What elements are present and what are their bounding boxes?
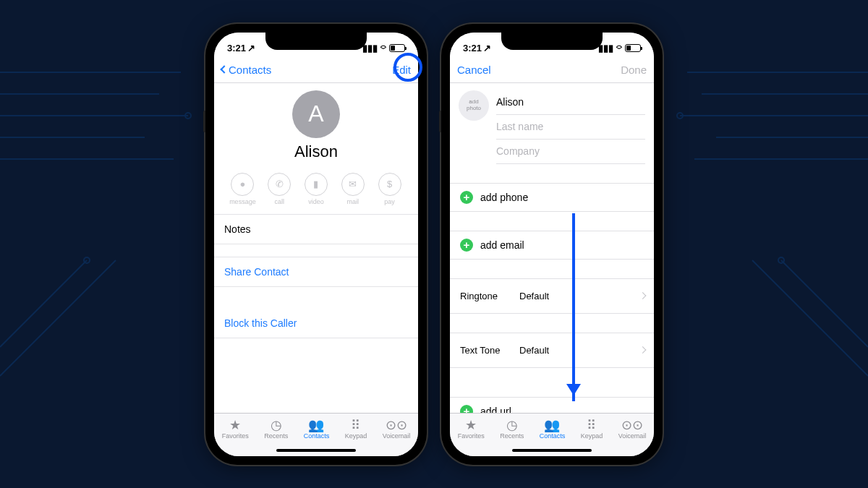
- texttone-key: Text Tone: [460, 345, 511, 356]
- favorites-icon: ★: [458, 418, 485, 432]
- action-label: message: [224, 198, 261, 205]
- tab-contacts[interactable]: 👥Contacts: [304, 418, 330, 440]
- section-gap: [214, 244, 418, 257]
- action-call[interactable]: ✆call: [261, 173, 298, 205]
- add-url-label: add url: [480, 406, 511, 413]
- tab-label: Recents: [500, 432, 524, 440]
- status-time: 3:21: [463, 43, 482, 53]
- tab-label: Keypad: [581, 432, 603, 440]
- phone-edit-view: 3:21↗ ▮▮▮ ⌔ Cancel Done add photo Alison: [441, 24, 663, 465]
- call-icon: ✆: [268, 173, 291, 196]
- battery-icon: [389, 44, 405, 52]
- video-icon: ▮: [305, 173, 328, 196]
- last-name-field[interactable]: Last name: [496, 115, 645, 140]
- phone-notch: [501, 31, 603, 50]
- action-mail[interactable]: ✉mail: [334, 173, 371, 205]
- tab-voicemail[interactable]: ⊙⊙Voicemail: [618, 418, 647, 440]
- battery-icon: [625, 44, 641, 52]
- location-icon: ↗: [247, 43, 255, 53]
- texttone-value: Default: [519, 345, 549, 356]
- wifi-icon: ⌔: [380, 43, 386, 53]
- tab-keypad[interactable]: ⠿Keypad: [345, 418, 367, 440]
- action-label: call: [261, 198, 298, 205]
- home-indicator[interactable]: [512, 449, 592, 452]
- add-phone-label: add phone: [480, 192, 528, 203]
- texttone-row[interactable]: Text Tone Default: [450, 333, 654, 368]
- tab-favorites[interactable]: ★Favorites: [458, 418, 485, 440]
- company-field[interactable]: Company: [496, 140, 645, 164]
- action-label: mail: [334, 198, 371, 205]
- action-label: pay: [371, 198, 408, 205]
- block-caller-row[interactable]: Block this Caller: [214, 309, 418, 338]
- ringtone-key: Ringtone: [460, 291, 511, 301]
- phone-contact-view: 3:21↗ ▮▮▮ ⌔ Contacts Edit A Alison: [205, 24, 427, 465]
- edit-header: add photo Alison Last name Company: [450, 83, 654, 164]
- action-video[interactable]: ▮video: [298, 173, 335, 205]
- contact-name: Alison: [214, 142, 418, 161]
- back-label: Contacts: [229, 64, 271, 76]
- chevron-right-icon: [639, 292, 647, 299]
- voicemail-icon: ⊙⊙: [618, 418, 647, 432]
- ringtone-value: Default: [519, 291, 549, 301]
- notes-row[interactable]: Notes: [214, 215, 418, 244]
- edit-button[interactable]: Edit: [392, 64, 411, 76]
- keypad-icon: ⠿: [345, 418, 367, 432]
- wifi-icon: ⌔: [616, 43, 622, 53]
- action-pay[interactable]: $pay: [371, 173, 408, 205]
- nav-bar: Cancel Done: [450, 57, 654, 83]
- tab-recents[interactable]: ◷Recents: [264, 418, 288, 440]
- contacts-icon: 👥: [304, 418, 330, 432]
- home-indicator[interactable]: [276, 449, 356, 452]
- voicemail-icon: ⊙⊙: [383, 418, 411, 432]
- favorites-icon: ★: [222, 418, 249, 432]
- contact-actions: ●message✆call▮video✉mail$pay: [214, 168, 418, 215]
- plus-icon: +: [460, 239, 473, 252]
- ringtone-row[interactable]: Ringtone Default: [450, 278, 654, 314]
- mail-icon: ✉: [341, 173, 365, 196]
- tab-contacts[interactable]: 👥Contacts: [540, 418, 566, 440]
- chevron-left-icon: [220, 65, 228, 73]
- plus-icon: +: [460, 405, 473, 413]
- tab-label: Favorites: [222, 432, 249, 440]
- share-contact-row[interactable]: Share Contact: [214, 257, 418, 287]
- scroll-down-arrow: [572, 213, 575, 401]
- add-email-row[interactable]: + add email: [450, 231, 654, 260]
- tab-keypad[interactable]: ⠿Keypad: [581, 418, 603, 440]
- plus-icon: +: [460, 191, 473, 204]
- tab-recents[interactable]: ◷Recents: [500, 418, 524, 440]
- tab-label: Voicemail: [383, 432, 411, 440]
- add-email-label: add email: [480, 239, 524, 251]
- avatar: A: [292, 90, 340, 138]
- status-time: 3:21: [227, 43, 246, 53]
- notes-label: Notes: [224, 223, 251, 235]
- message-icon: ●: [231, 173, 254, 196]
- tab-label: Contacts: [540, 432, 566, 440]
- tab-label: Voicemail: [618, 432, 647, 440]
- cancel-label: Cancel: [457, 64, 491, 76]
- share-contact-label: Share Contact: [224, 266, 289, 278]
- contacts-icon: 👥: [540, 418, 566, 432]
- block-caller-label: Block this Caller: [224, 317, 297, 329]
- recents-icon: ◷: [500, 418, 524, 432]
- back-button[interactable]: Contacts: [221, 64, 271, 76]
- cancel-button[interactable]: Cancel: [457, 64, 491, 76]
- tab-label: Contacts: [304, 432, 330, 440]
- tab-label: Favorites: [458, 432, 485, 440]
- add-photo-button[interactable]: add photo: [459, 90, 489, 121]
- action-label: video: [298, 198, 335, 205]
- action-message[interactable]: ●message: [224, 173, 261, 205]
- add-phone-row[interactable]: + add phone: [450, 183, 654, 212]
- tab-label: Recents: [264, 432, 288, 440]
- done-button[interactable]: Done: [621, 64, 647, 76]
- pay-icon: $: [378, 173, 401, 196]
- tab-voicemail[interactable]: ⊙⊙Voicemail: [383, 418, 411, 440]
- phone-notch: [265, 31, 367, 50]
- tab-favorites[interactable]: ★Favorites: [222, 418, 249, 440]
- add-url-row[interactable]: + add url: [450, 397, 654, 413]
- recents-icon: ◷: [264, 418, 288, 432]
- location-icon: ↗: [483, 43, 491, 53]
- first-name-field[interactable]: Alison: [496, 90, 645, 115]
- chevron-right-icon: [639, 346, 647, 354]
- keypad-icon: ⠿: [581, 418, 603, 432]
- nav-bar: Contacts Edit: [214, 57, 418, 83]
